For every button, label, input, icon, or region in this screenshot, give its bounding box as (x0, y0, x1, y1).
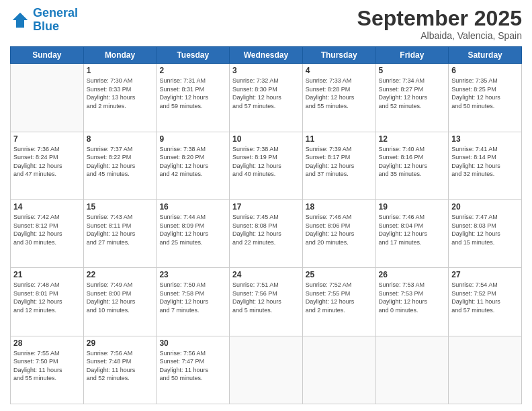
calendar-cell: 13Sunrise: 7:41 AM Sunset: 8:14 PM Dayli… (449, 132, 522, 199)
day-number: 17 (232, 202, 300, 212)
day-info: Sunrise: 7:40 AM Sunset: 8:16 PM Dayligh… (379, 145, 446, 179)
title-block: September 2025 Albaida, Valencia, Spain (357, 7, 522, 41)
day-info: Sunrise: 7:47 AM Sunset: 8:03 PM Dayligh… (451, 213, 519, 246)
day-info: Sunrise: 7:38 AM Sunset: 8:20 PM Dayligh… (159, 145, 226, 179)
calendar-cell: 11Sunrise: 7:39 AM Sunset: 8:17 PM Dayli… (302, 132, 375, 199)
day-number: 23 (159, 270, 226, 279)
day-number: 13 (451, 134, 519, 144)
day-info: Sunrise: 7:35 AM Sunset: 8:25 PM Dayligh… (451, 77, 519, 110)
day-info: Sunrise: 7:50 AM Sunset: 7:58 PM Dayligh… (159, 281, 226, 314)
day-number: 24 (232, 270, 300, 279)
page: General Blue September 2025 Albaida, Val… (0, 0, 532, 411)
calendar-week-row: 28Sunrise: 7:55 AM Sunset: 7:50 PM Dayli… (11, 336, 522, 404)
day-number: 8 (87, 134, 154, 144)
day-number: 22 (87, 270, 154, 279)
day-info: Sunrise: 7:34 AM Sunset: 8:27 PM Dayligh… (379, 77, 446, 110)
day-number: 28 (13, 338, 81, 348)
calendar-cell (11, 64, 84, 132)
day-info: Sunrise: 7:49 AM Sunset: 8:00 PM Dayligh… (87, 281, 154, 314)
day-number: 25 (306, 270, 373, 279)
day-info: Sunrise: 7:51 AM Sunset: 7:56 PM Dayligh… (232, 281, 300, 314)
logo-blue: Blue (33, 20, 78, 34)
day-number: 14 (13, 202, 81, 212)
day-info: Sunrise: 7:56 AM Sunset: 7:47 PM Dayligh… (159, 349, 226, 383)
calendar-cell: 23Sunrise: 7:50 AM Sunset: 7:58 PM Dayli… (157, 268, 230, 336)
calendar-cell: 19Sunrise: 7:46 AM Sunset: 8:04 PM Dayli… (375, 199, 449, 267)
calendar-week-row: 21Sunrise: 7:48 AM Sunset: 8:01 PM Dayli… (11, 268, 522, 336)
day-number: 27 (451, 270, 519, 279)
day-number: 2 (159, 66, 226, 75)
day-number: 3 (232, 66, 300, 75)
calendar-cell: 22Sunrise: 7:49 AM Sunset: 8:00 PM Dayli… (83, 268, 157, 336)
calendar-week-row: 1Sunrise: 7:30 AM Sunset: 8:33 PM Daylig… (11, 64, 522, 132)
day-number: 16 (159, 202, 226, 212)
calendar-table: SundayMondayTuesdayWednesdayThursdayFrid… (10, 46, 522, 404)
day-number: 6 (451, 66, 519, 75)
calendar-cell: 20Sunrise: 7:47 AM Sunset: 8:03 PM Dayli… (449, 199, 522, 267)
day-info: Sunrise: 7:48 AM Sunset: 8:01 PM Dayligh… (13, 281, 81, 314)
day-number: 11 (306, 134, 373, 144)
day-info: Sunrise: 7:30 AM Sunset: 8:33 PM Dayligh… (87, 77, 154, 110)
calendar-header-row: SundayMondayTuesdayWednesdayThursdayFrid… (11, 47, 522, 64)
calendar-cell: 26Sunrise: 7:53 AM Sunset: 7:53 PM Dayli… (375, 268, 449, 336)
logo-general: General (33, 6, 78, 19)
day-number: 5 (379, 66, 446, 75)
calendar-cell: 4Sunrise: 7:33 AM Sunset: 8:28 PM Daylig… (302, 64, 375, 132)
weekday-header: Tuesday (157, 47, 230, 64)
calendar-cell (302, 336, 375, 404)
day-info: Sunrise: 7:32 AM Sunset: 8:30 PM Dayligh… (232, 77, 300, 110)
day-info: Sunrise: 7:45 AM Sunset: 8:08 PM Dayligh… (232, 213, 300, 246)
day-number: 18 (306, 202, 373, 212)
calendar-cell: 29Sunrise: 7:56 AM Sunset: 7:48 PM Dayli… (83, 336, 157, 404)
weekday-header: Saturday (449, 47, 522, 64)
header: General Blue September 2025 Albaida, Val… (10, 7, 522, 41)
calendar-cell: 14Sunrise: 7:42 AM Sunset: 8:12 PM Dayli… (11, 199, 84, 267)
calendar-cell: 27Sunrise: 7:54 AM Sunset: 7:52 PM Dayli… (449, 268, 522, 336)
calendar-cell: 6Sunrise: 7:35 AM Sunset: 8:25 PM Daylig… (449, 64, 522, 132)
svg-marker-0 (13, 13, 28, 28)
day-number: 9 (159, 134, 226, 144)
calendar-cell: 16Sunrise: 7:44 AM Sunset: 8:09 PM Dayli… (157, 199, 230, 267)
calendar-cell: 1Sunrise: 7:30 AM Sunset: 8:33 PM Daylig… (83, 64, 157, 132)
day-number: 1 (87, 66, 154, 75)
day-info: Sunrise: 7:33 AM Sunset: 8:28 PM Dayligh… (306, 77, 373, 110)
weekday-header: Monday (83, 47, 157, 64)
day-info: Sunrise: 7:44 AM Sunset: 8:09 PM Dayligh… (159, 213, 226, 246)
calendar-cell: 28Sunrise: 7:55 AM Sunset: 7:50 PM Dayli… (11, 336, 84, 404)
calendar-week-row: 7Sunrise: 7:36 AM Sunset: 8:24 PM Daylig… (11, 132, 522, 199)
calendar-cell: 8Sunrise: 7:37 AM Sunset: 8:22 PM Daylig… (83, 132, 157, 199)
calendar-cell: 18Sunrise: 7:46 AM Sunset: 8:06 PM Dayli… (302, 199, 375, 267)
day-number: 26 (379, 270, 446, 279)
day-info: Sunrise: 7:41 AM Sunset: 8:14 PM Dayligh… (451, 145, 519, 179)
calendar-cell (449, 336, 522, 404)
logo-icon (10, 10, 30, 30)
calendar-cell: 17Sunrise: 7:45 AM Sunset: 8:08 PM Dayli… (230, 199, 303, 267)
calendar-cell: 3Sunrise: 7:32 AM Sunset: 8:30 PM Daylig… (230, 64, 303, 132)
calendar-cell: 15Sunrise: 7:43 AM Sunset: 8:11 PM Dayli… (83, 199, 157, 267)
calendar-cell: 9Sunrise: 7:38 AM Sunset: 8:20 PM Daylig… (157, 132, 230, 199)
day-number: 12 (379, 134, 446, 144)
day-info: Sunrise: 7:56 AM Sunset: 7:48 PM Dayligh… (87, 349, 154, 383)
day-number: 20 (451, 202, 519, 212)
day-number: 7 (13, 134, 81, 144)
day-info: Sunrise: 7:53 AM Sunset: 7:53 PM Dayligh… (379, 281, 446, 314)
calendar-cell: 12Sunrise: 7:40 AM Sunset: 8:16 PM Dayli… (375, 132, 449, 199)
logo-text: General Blue (33, 7, 78, 34)
month-title: September 2025 (357, 7, 522, 30)
day-info: Sunrise: 7:31 AM Sunset: 8:31 PM Dayligh… (159, 77, 226, 110)
weekday-header: Sunday (11, 47, 84, 64)
weekday-header: Wednesday (230, 47, 303, 64)
day-info: Sunrise: 7:46 AM Sunset: 8:06 PM Dayligh… (306, 213, 373, 246)
calendar-cell: 21Sunrise: 7:48 AM Sunset: 8:01 PM Dayli… (11, 268, 84, 336)
weekday-header: Friday (375, 47, 449, 64)
day-info: Sunrise: 7:38 AM Sunset: 8:19 PM Dayligh… (232, 145, 300, 179)
day-number: 21 (13, 270, 81, 279)
calendar-week-row: 14Sunrise: 7:42 AM Sunset: 8:12 PM Dayli… (11, 199, 522, 267)
location: Albaida, Valencia, Spain (357, 30, 522, 41)
day-info: Sunrise: 7:43 AM Sunset: 8:11 PM Dayligh… (87, 213, 154, 246)
day-info: Sunrise: 7:39 AM Sunset: 8:17 PM Dayligh… (306, 145, 373, 179)
day-number: 10 (232, 134, 300, 144)
day-info: Sunrise: 7:42 AM Sunset: 8:12 PM Dayligh… (13, 213, 81, 246)
day-info: Sunrise: 7:37 AM Sunset: 8:22 PM Dayligh… (87, 145, 154, 179)
weekday-header: Thursday (302, 47, 375, 64)
